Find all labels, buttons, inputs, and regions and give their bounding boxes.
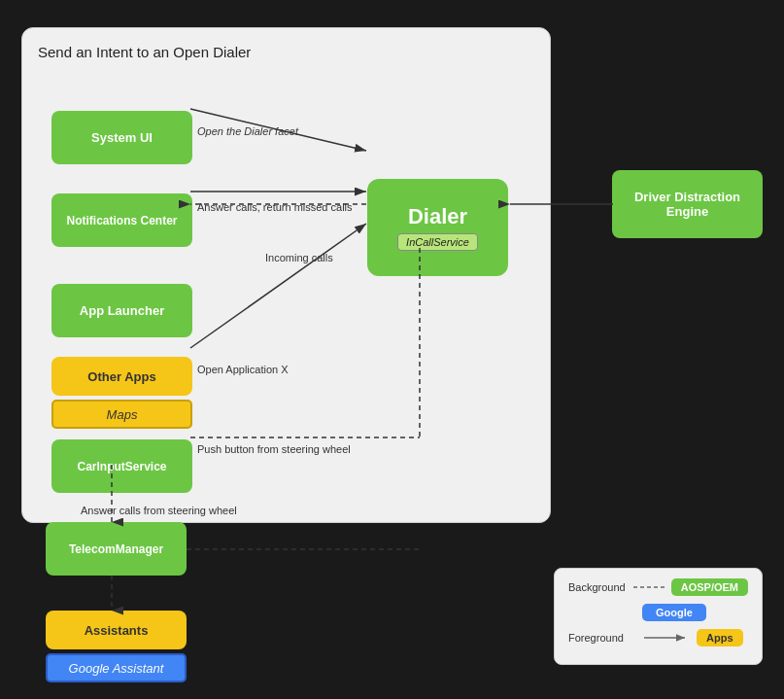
- legend-background-row: Background AOSP/OEM: [568, 578, 748, 596]
- apps-label: Apps: [697, 629, 743, 647]
- answer-calls-label: Answer calls, return missed calls: [197, 201, 353, 213]
- telecom-box: TelecomManager: [46, 522, 187, 576]
- maps-box: Maps: [51, 400, 192, 429]
- main-diagram: Send an Intent to an Open Dialer System …: [21, 27, 551, 523]
- foreground-arrow: [642, 632, 691, 644]
- foreground-label: Foreground: [568, 632, 636, 644]
- other-apps-box: Other Apps: [51, 357, 192, 396]
- dialer-box: Dialer InCallService: [367, 179, 508, 276]
- push-button-label: Push button from steering wheel: [197, 443, 351, 455]
- driver-distraction-box: Driver Distraction Engine: [612, 170, 763, 238]
- legend-box: Background AOSP/OEM Google Foreground Ap…: [554, 568, 763, 665]
- google-label: Google: [642, 604, 706, 621]
- background-arrow: [631, 581, 665, 593]
- incoming-calls-label: Incoming calls: [265, 252, 333, 263]
- legend-foreground-row: Foreground Apps: [568, 629, 748, 647]
- app-launcher-box: App Launcher: [51, 284, 192, 337]
- aosp-label: AOSP/OEM: [671, 578, 748, 596]
- notifications-center-box: Notifications Center: [51, 193, 192, 247]
- diagram-title: Send an Intent to an Open Dialer: [38, 44, 251, 60]
- system-ui-box: System UI: [51, 111, 192, 164]
- legend-google-row: Google: [568, 604, 748, 621]
- google-assistant-box: Google Assistant: [46, 653, 187, 682]
- assistants-box: Assistants: [46, 611, 187, 649]
- open-app-label: Open Application X: [197, 364, 289, 375]
- open-dialer-label: Open the Dialer facet: [197, 125, 298, 137]
- assistants-section: Assistants Google Assistant: [46, 611, 187, 679]
- carinput-box: CarInputService: [51, 439, 192, 493]
- background-label: Background: [568, 581, 626, 593]
- answer-steering-label: Answer calls from steering wheel: [81, 505, 237, 516]
